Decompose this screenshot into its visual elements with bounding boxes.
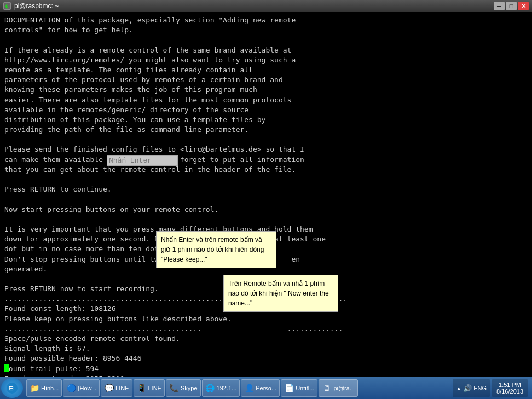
taskbar-skype-label: Skype (181, 385, 198, 391)
taskbar-person[interactable]: 👤 Perso... (241, 379, 280, 397)
return-input[interactable] (107, 155, 178, 166)
taskbar-pi-label: pi@ra... (333, 385, 355, 391)
title-bar-left: $ pi@raspbmc: ~ (3, 2, 59, 10)
taskbar-line-icon-label: LINE (115, 385, 129, 391)
title-bar: $ pi@raspbmc: ~ ─ □ ✕ (0, 0, 532, 12)
clock-date: 8/16/2013 (496, 388, 523, 395)
untitled-icon: 📄 (284, 383, 294, 393)
pi-icon: 🖥 (322, 383, 332, 393)
taskbar-untitled[interactable]: 📄 Untitl... (281, 379, 317, 397)
taskbar: ⊞ 📁 Hình... 🔵 [How... 💬 LINE 📱 LINE 📞 Sk… (0, 377, 532, 399)
taskbar-line2[interactable]: 📱 LINE (134, 379, 165, 397)
start-button[interactable]: ⊞ (1, 378, 23, 398)
window-title: pi@raspbmc: ~ (14, 2, 59, 10)
how-icon: 🔵 (66, 383, 76, 393)
terminal-area: DOCUMENTATION of this package, especiall… (0, 12, 532, 385)
window-controls: ─ □ ✕ (494, 2, 529, 10)
tray-lang[interactable]: ENG (473, 385, 487, 391)
terminal-cursor (4, 362, 9, 372)
tooltip-2: Trên Remote bấm và nhả 1 phím nào đó tới… (223, 275, 338, 312)
line2-icon: 📱 (137, 383, 147, 393)
person-icon: 👤 (244, 383, 254, 393)
close-button[interactable]: ✕ (518, 2, 529, 10)
taskbar-line-icon[interactable]: 💬 LINE (101, 379, 132, 397)
clock[interactable]: 1:51 PM 8/16/2013 (492, 379, 528, 397)
system-tray: ▲ 🔊 ENG (453, 379, 490, 397)
skype-icon: 📞 (169, 383, 179, 393)
taskbar-untitled-label: Untitl... (296, 385, 314, 391)
tray-volume[interactable]: 🔊 (463, 384, 472, 392)
taskbar-right: ▲ 🔊 ENG 1:51 PM 8/16/2013 (453, 379, 531, 397)
terminal-content: DOCUMENTATION of this package, especiall… (4, 15, 528, 385)
network-icon: 🌐 (205, 383, 215, 393)
clock-time: 1:51 PM (499, 381, 521, 388)
taskbar-files[interactable]: 📁 Hình... (26, 379, 62, 397)
taskbar-network[interactable]: 🌐 192.1... (202, 379, 240, 397)
tray-arrow[interactable]: ▲ (456, 385, 461, 391)
taskbar-how-label: [How... (78, 385, 96, 391)
svg-text:$: $ (5, 4, 8, 9)
maximize-button[interactable]: □ (506, 2, 517, 10)
tooltip-1: Nhấn Enter và trên remote bấm và giữ 1 p… (156, 231, 276, 268)
taskbar-files-label: Hình... (41, 385, 59, 391)
taskbar-line2-label: LINE (148, 385, 161, 391)
taskbar-how[interactable]: 🔵 [How... (63, 379, 100, 397)
terminal-icon: $ (3, 2, 11, 10)
taskbar-skype[interactable]: 📞 Skype (166, 379, 201, 397)
return-input-row (107, 155, 178, 166)
files-icon: 📁 (30, 383, 39, 393)
taskbar-person-label: Perso... (256, 385, 276, 391)
taskbar-pi[interactable]: 🖥 pi@ra... (319, 379, 358, 397)
svg-text:⊞: ⊞ (9, 384, 14, 393)
line-icon-icon: 💬 (104, 383, 114, 393)
minimize-button[interactable]: ─ (494, 2, 505, 10)
taskbar-network-label: 192.1... (217, 385, 237, 391)
